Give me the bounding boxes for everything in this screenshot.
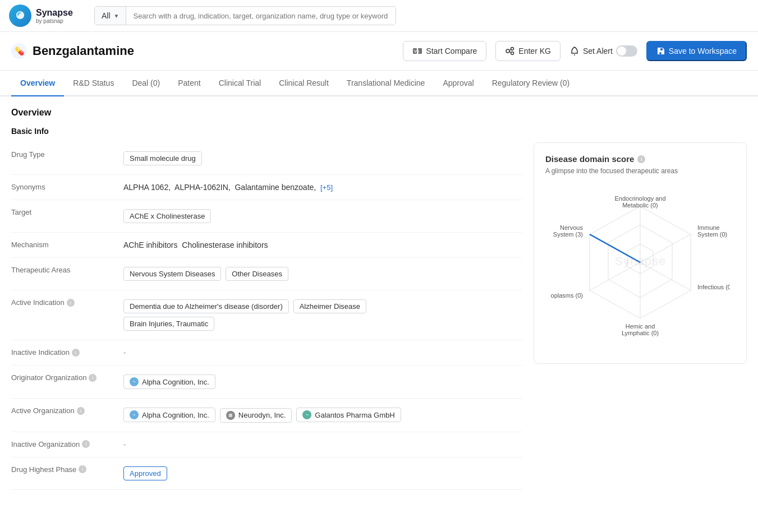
tab-rd-status[interactable]: R&D Status [64, 71, 123, 95]
filter-value: All [102, 11, 111, 20]
chevron-down-icon: ▼ [114, 13, 120, 19]
originator-org-info-icon[interactable]: i [89, 374, 97, 382]
svg-point-3 [506, 49, 509, 53]
tab-translational[interactable]: Translational Medicine [338, 71, 434, 95]
svg-text:System (3): System (3) [553, 231, 583, 238]
inactive-indication-value: - [123, 348, 522, 357]
synonyms-row: Synonyms ALPHA 1062, ALPHA-1062IN, Galan… [11, 175, 522, 200]
active-indication-label: Active Indication i [11, 298, 123, 307]
alert-label: Set Alert [583, 47, 613, 55]
alert-icon [569, 46, 580, 56]
compare-button[interactable]: VS Start Compare [403, 41, 486, 61]
search-input[interactable] [126, 7, 396, 25]
svg-text:Immune: Immune [697, 224, 720, 231]
drug-highest-phase-label: Drug Highest Phase i [11, 465, 123, 474]
top-bar: Synapse by patsnap All ▼ [0, 0, 758, 32]
active-indication-row: Active Indication i Dementia due to Alzh… [11, 290, 522, 340]
enter-kg-button[interactable]: Enter KG [495, 41, 561, 61]
set-alert-wrap: Set Alert [569, 45, 637, 57]
drug-highest-phase-approved-tag[interactable]: Approved [123, 466, 167, 480]
synonyms-text: ALPHA 1062, ALPHA-1062IN, Galantamine be… [123, 183, 318, 192]
svg-text:Infectious (0): Infectious (0) [697, 284, 730, 290]
therapeutic-areas-value: Nervous System Diseases Other Diseases [123, 266, 522, 282]
active-org-row: Active Organization i ~ Alpha Cognition,… [11, 399, 522, 432]
inactive-indication-info-icon[interactable]: i [72, 349, 80, 357]
inactive-org-info-icon[interactable]: i [82, 440, 90, 448]
synonyms-more-link[interactable]: [+5] [320, 183, 333, 192]
inactive-indication-row: Inactive Indication i - [11, 340, 522, 366]
compare-label: Start Compare [426, 47, 477, 55]
drug-title-area: 💊 Benzgalantamine [11, 43, 134, 59]
radar-chart-container: Endocrinology and Metabolic (0) Immune S… [545, 184, 735, 352]
disease-domain-info-icon[interactable]: i [637, 155, 645, 163]
svg-text:Nervous: Nervous [560, 224, 583, 231]
indication-alzheimer-disorder-tag[interactable]: Dementia due to Alzheimer's disease (dis… [123, 299, 289, 313]
ta-other-tag[interactable]: Other Diseases [226, 267, 288, 281]
save-to-workspace-button[interactable]: Save to Workspace [646, 41, 747, 61]
tab-regulatory[interactable]: Regulatory Review (0) [483, 71, 579, 95]
disease-domain-title: Disease domain score i [545, 154, 735, 164]
drug-type-row: Drug Type Small molecule drug [11, 142, 522, 175]
drug-header: 💊 Benzgalantamine VS Start Compare Enter… [0, 32, 758, 71]
active-indication-value: Dementia due to Alzheimer's disease (dis… [123, 298, 522, 332]
kg-label: Enter KG [518, 47, 551, 55]
drug-actions: VS Start Compare Enter KG Set Alert [403, 41, 747, 61]
svg-text:Metabolic (0): Metabolic (0) [622, 202, 658, 209]
active-neurodyn-tag[interactable]: ▦ Neurodyn, Inc. [220, 408, 292, 423]
drug-highest-phase-value: Approved [123, 465, 522, 482]
target-value: AChE x Cholinesterase [123, 208, 522, 224]
active-org-info-icon[interactable]: i [77, 407, 85, 415]
tabs-bar: Overview R&D Status Deal (0) Patent Clin… [0, 71, 758, 96]
org-dot-gray: ▦ [226, 411, 235, 420]
svg-text:System (0): System (0) [697, 231, 727, 238]
filter-dropdown[interactable]: All ▼ [95, 7, 126, 25]
drug-icon: 💊 [11, 43, 27, 59]
ta-nervous-tag[interactable]: Nervous System Diseases [123, 267, 221, 281]
basic-info-title: Basic Info [11, 127, 747, 136]
indication-brain-injuries-tag[interactable]: Brain Injuries, Traumatic [123, 317, 214, 331]
tab-clinical-result[interactable]: Clinical Result [270, 71, 338, 95]
org-dot-teal: ~ [302, 410, 311, 419]
org-dot-blue: ~ [130, 377, 139, 386]
inactive-org-dash: - [123, 440, 126, 449]
target-tag[interactable]: AChE x Cholinesterase [123, 209, 211, 223]
synonyms-value: ALPHA 1062, ALPHA-1062IN, Galantamine be… [123, 183, 522, 192]
main-column: Drug Type Small molecule drug Synonyms A… [11, 142, 522, 490]
active-indication-info-icon[interactable]: i [67, 299, 75, 307]
svg-line-6 [509, 49, 511, 50]
tab-patent[interactable]: Patent [169, 71, 209, 95]
disease-domain-title-text: Disease domain score [545, 154, 634, 164]
disease-domain-score-card: Disease domain score i A glimpse into th… [534, 142, 747, 364]
inactive-indication-dash: - [123, 348, 126, 357]
drug-type-value: Small molecule drug [123, 150, 522, 166]
originator-org-value: ~ Alpha Cognition, Inc. [123, 373, 522, 390]
therapeutic-areas-label: Therapeutic Areas [11, 266, 123, 274]
save-icon [656, 47, 665, 55]
logo-sub: by patsnap [36, 18, 73, 24]
save-label: Save to Workspace [669, 47, 737, 55]
inactive-org-row: Inactive Organization i - [11, 432, 522, 457]
indication-alzheimer-disease-tag[interactable]: Alzheimer Disease [293, 299, 366, 313]
svg-point-5 [511, 52, 514, 55]
therapeutic-areas-row: Therapeutic Areas Nervous System Disease… [11, 258, 522, 290]
mechanism-label: Mechanism [11, 240, 123, 249]
drug-highest-phase-info-icon[interactable]: i [79, 465, 86, 473]
logo-area: Synapse by patsnap [9, 4, 88, 27]
svg-text:Synapse: Synapse [615, 254, 666, 268]
tab-deal[interactable]: Deal (0) [123, 71, 169, 95]
originator-org-label: Originator Organization i [11, 373, 123, 382]
tab-clinical-trial[interactable]: Clinical Trial [210, 71, 270, 95]
tab-overview[interactable]: Overview [11, 71, 64, 96]
originator-alpha-cognition-tag[interactable]: ~ Alpha Cognition, Inc. [123, 374, 215, 389]
radar-chart: Endocrinology and Metabolic (0) Immune S… [550, 189, 730, 346]
mechanism-text: AChE inhibitors Cholinesterase inhibitor… [123, 240, 268, 249]
tab-approval[interactable]: Approval [434, 71, 483, 95]
logo-name: Synapse [36, 8, 73, 18]
drug-highest-phase-row: Drug Highest Phase i Approved [11, 457, 522, 490]
active-alpha-cognition-tag[interactable]: ~ Alpha Cognition, Inc. [123, 408, 215, 422]
alert-toggle[interactable] [616, 45, 637, 57]
svg-text:Neoplasms (0): Neoplasms (0) [550, 292, 583, 299]
inactive-org-value: - [123, 440, 522, 449]
active-galantos-tag[interactable]: ~ Galantos Pharma GmbH [296, 408, 401, 422]
originator-org-row: Originator Organization i ~ Alpha Cognit… [11, 366, 522, 399]
